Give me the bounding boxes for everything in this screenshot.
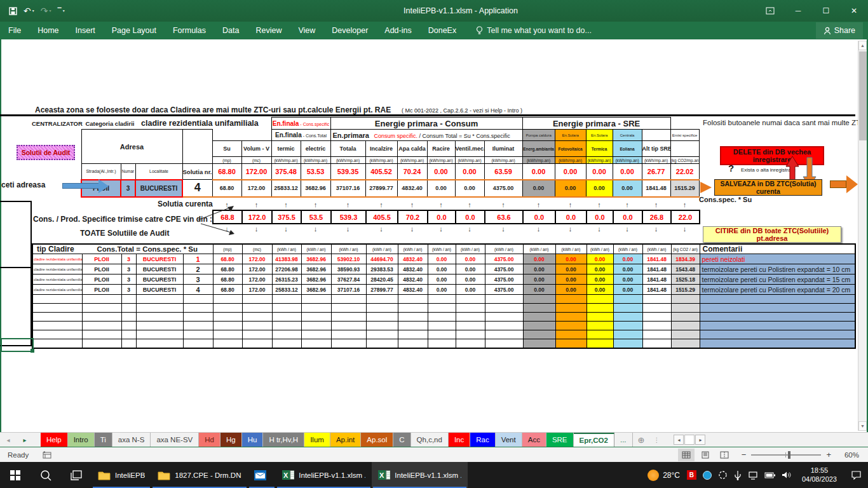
value-cell[interactable]: 0.00 [523, 254, 555, 264]
worksheet-area[interactable]: Aceasta zona se foloseste doar daca Clad… [0, 39, 868, 432]
sent-value-cell[interactable]: 63.6 [485, 210, 523, 224]
empty-cell[interactable] [331, 313, 366, 322]
sheet-tab-rac[interactable]: Rac [470, 433, 495, 447]
empty-cell[interactable] [242, 339, 272, 348]
empty-cell[interactable] [301, 304, 331, 313]
empty-cell[interactable] [428, 330, 456, 339]
sheet-tab-ti[interactable]: Ti [95, 433, 112, 447]
empty-cell[interactable] [523, 339, 555, 348]
sheet-tab-help[interactable]: Help [41, 433, 68, 447]
empty-cell[interactable] [32, 339, 82, 348]
scrollbar-thumb[interactable] [859, 51, 867, 140]
empty-cell[interactable] [555, 330, 587, 339]
empty-cell[interactable] [136, 295, 183, 304]
value-cell[interactable]: 0.00 [523, 285, 555, 295]
total-value-cell[interactable]: 0.00 [522, 180, 555, 197]
tip-cladire-cell[interactable]: cladire rezidentiala unifamiliala [32, 274, 82, 285]
ribbon-tab-formulas[interactable]: Formulas [165, 22, 214, 39]
empty-cell[interactable] [456, 313, 485, 322]
table-row[interactable]: cladire rezidentiala unifamilialaPLOII3B… [32, 285, 855, 295]
ribbon-tab-add-ins[interactable]: Add-ins [376, 22, 419, 39]
sheet-tab-h-tr-hv-h[interactable]: H tr,Hv,H [263, 433, 304, 447]
empty-row[interactable] [32, 322, 855, 330]
value-cell[interactable]: 0.00 [456, 274, 485, 285]
total-value-cell[interactable]: 0.00 [555, 180, 586, 197]
ribbon-tab-home[interactable]: Home [29, 22, 67, 39]
localitate-input[interactable]: BUCURESTI [135, 180, 182, 197]
empty-cell[interactable] [456, 322, 485, 330]
value-cell[interactable]: 4832.40 [398, 254, 428, 264]
customize-qat-icon[interactable]: ▔▾ [58, 8, 65, 13]
empty-cell[interactable] [301, 295, 331, 304]
empty-cell[interactable] [301, 322, 331, 330]
sent-value-cell[interactable]: 0.0 [555, 210, 587, 224]
tip-cladire-cell[interactable]: cladire rezidentiala unifamiliala [32, 264, 82, 274]
table-row[interactable]: cladire rezidentiala unifamilialaPLOII3B… [32, 264, 855, 274]
empty-cell[interactable] [613, 313, 642, 322]
strada-cell[interactable]: PLOII [82, 285, 121, 295]
left-empty-cell-2[interactable] [0, 267, 32, 346]
empty-row[interactable] [32, 330, 855, 339]
value-cell[interactable]: 1543.48 [671, 264, 700, 274]
empty-cell[interactable] [642, 322, 671, 330]
empty-cell[interactable] [456, 304, 485, 313]
close-icon[interactable]: ✕ [840, 0, 868, 22]
vertical-scrollbar[interactable]: ▲ ▼ [858, 41, 867, 431]
empty-cell[interactable] [523, 313, 555, 322]
value-cell[interactable]: 27206.98 [272, 264, 301, 274]
spec-value-cell[interactable]: 68.80 [212, 164, 241, 180]
sent-value-cell[interactable]: 405.5 [366, 210, 398, 224]
empty-cell[interactable] [428, 322, 456, 330]
comment-cell[interactable]: pereti neizolati [700, 254, 855, 264]
empty-cell[interactable] [555, 295, 587, 304]
value-cell[interactable]: 4832.40 [398, 264, 428, 274]
total-value-cell[interactable]: 1515.29 [670, 180, 699, 197]
value-cell[interactable]: 0.00 [428, 254, 456, 264]
normal-view-icon[interactable] [678, 449, 695, 461]
empty-cell[interactable] [642, 330, 671, 339]
empty-cell[interactable] [587, 339, 613, 348]
empty-cell[interactable] [301, 313, 331, 322]
value-cell[interactable]: 25833.12 [272, 285, 301, 295]
zoom-in-icon[interactable]: + [826, 450, 831, 459]
total-value-cell[interactable]: 3682.96 [301, 180, 330, 197]
sheet-tab-vent[interactable]: Vent [496, 433, 522, 447]
sent-value-cell[interactable]: 53.5 [301, 210, 331, 224]
empty-cell[interactable] [366, 313, 398, 322]
empty-cell[interactable] [121, 339, 136, 348]
value-cell[interactable]: 44694.70 [366, 254, 398, 264]
empty-cell[interactable] [272, 330, 301, 339]
taskbar-app-folder-inteliepb[interactable]: InteliEPB [92, 462, 151, 488]
spec-value-cell[interactable]: 0.00 [555, 164, 586, 180]
numar-cell[interactable]: 3 [121, 264, 136, 274]
minimize-icon[interactable]: ─ [784, 0, 812, 22]
value-cell[interactable]: 4832.40 [398, 274, 428, 285]
empty-cell[interactable] [428, 339, 456, 348]
sent-value-cell[interactable]: 26.8 [642, 210, 671, 224]
active-cell-selection[interactable] [1, 338, 34, 352]
tab-mini-scrollbar[interactable]: ◂ ▸ [674, 433, 705, 447]
total-value-cell[interactable]: 1841.48 [642, 180, 670, 197]
tab-scroll-left-icon[interactable]: ◂ [674, 435, 684, 445]
localitate-cell[interactable]: BUCURESTI [136, 274, 183, 285]
empty-cell[interactable] [136, 322, 183, 330]
ribbon-tab-file[interactable]: File [0, 22, 29, 39]
empty-cell[interactable] [366, 339, 398, 348]
zoom-out-icon[interactable]: − [742, 450, 747, 459]
strada-cell[interactable]: PLOII [82, 274, 121, 285]
empty-cell[interactable] [485, 330, 523, 339]
sent-value-cell[interactable]: 0.0 [456, 210, 485, 224]
empty-cell[interactable] [242, 295, 272, 304]
spec-value-cell[interactable]: 375.48 [271, 164, 301, 180]
ribbon-tab-insert[interactable]: Insert [67, 22, 104, 39]
spec-value-cell[interactable]: 26.77 [642, 164, 670, 180]
page-break-view-icon[interactable] [716, 449, 733, 461]
empty-cell[interactable] [613, 339, 642, 348]
empty-cell[interactable] [213, 313, 242, 322]
value-cell[interactable]: 0.00 [613, 264, 642, 274]
empty-cell[interactable] [213, 304, 242, 313]
empty-cell[interactable] [32, 330, 82, 339]
value-cell[interactable]: 0.00 [428, 285, 456, 295]
value-cell[interactable]: 172.00 [242, 274, 272, 285]
empty-cell[interactable] [428, 304, 456, 313]
